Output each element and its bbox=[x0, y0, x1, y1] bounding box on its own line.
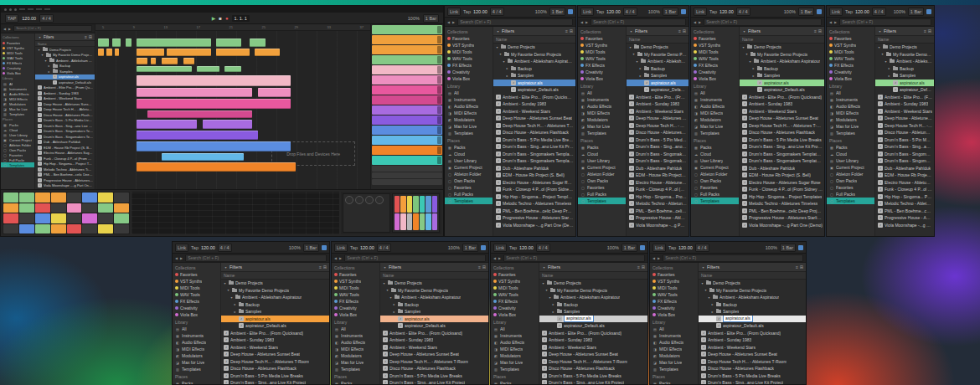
collection-item[interactable]: Creativity bbox=[691, 69, 739, 75]
clip-cell[interactable] bbox=[98, 192, 113, 203]
collection-item[interactable]: Favorites bbox=[650, 271, 698, 278]
places-item[interactable]: ▢Favorites bbox=[691, 184, 739, 191]
time-signature[interactable]: 4 / 4 bbox=[377, 244, 391, 252]
filters-bar[interactable]: ▾Filters≡⊞ bbox=[875, 27, 934, 36]
tempo-display[interactable]: 120.00 bbox=[855, 9, 869, 14]
library-item[interactable]: ▦Instruments bbox=[827, 96, 874, 103]
collection-item[interactable]: WAV Tools bbox=[691, 55, 739, 62]
file-row[interactable]: ♪Deep House Tech H... - Abletunes T-Room bbox=[380, 358, 488, 366]
collection-item[interactable]: WAV Tools bbox=[445, 55, 493, 62]
clip-cell[interactable] bbox=[3, 213, 18, 223]
library-item[interactable]: ◪Max for Live bbox=[650, 359, 698, 366]
file-row[interactable]: ♪Drum'n Bass - Sing...ano Live Kit Proje… bbox=[221, 379, 329, 384]
disclosure-triangle[interactable]: ▾ bbox=[223, 281, 227, 285]
filters-bar[interactable]: ▾Filters≡⊞ bbox=[539, 263, 647, 272]
file-row[interactable]: ♪Hip Hop - Singoma... Project Templates bbox=[875, 193, 934, 201]
collection-item[interactable]: Viola Box bbox=[332, 311, 379, 318]
search-input[interactable]: Search (Ctrl + F) bbox=[13, 25, 92, 32]
places-item[interactable]: ▢Templates bbox=[578, 198, 626, 204]
file-row[interactable]: ♪Ambient - Weekend Stars bbox=[875, 108, 934, 116]
tempo-display[interactable]: 120.00 bbox=[606, 9, 621, 14]
nav-back-icon[interactable]: ◀ bbox=[3, 27, 6, 31]
clip-cell[interactable] bbox=[98, 213, 113, 223]
file-row[interactable]: ♪Hip Hop - Singoma... Project Templates bbox=[740, 193, 824, 201]
tree-folder-row[interactable]: ▾Demo Projects bbox=[221, 280, 329, 287]
file-row[interactable]: ♪Drum'n Bass - Singomakers Templates 1 bbox=[35, 129, 95, 135]
arrangement-clip[interactable] bbox=[137, 58, 147, 64]
library-item[interactable]: ▦Instruments bbox=[691, 96, 739, 103]
collection-item[interactable]: VST Synths bbox=[332, 278, 379, 285]
disclosure-triangle[interactable]: ▸ bbox=[638, 74, 642, 78]
tree-folder-row[interactable]: ▸Backup bbox=[740, 65, 824, 73]
tap-tempo-button[interactable]: Tap bbox=[509, 245, 517, 250]
disclosure-triangle[interactable]: ▾ bbox=[40, 53, 44, 57]
clip-cell[interactable] bbox=[82, 224, 97, 234]
collection-item[interactable]: Viola Box bbox=[445, 75, 493, 82]
grid-view-icon[interactable]: ⊞ bbox=[818, 28, 822, 33]
track-header[interactable] bbox=[372, 126, 442, 135]
collection-item[interactable]: Creativity bbox=[332, 305, 379, 311]
library-item[interactable]: ◩Modulators bbox=[691, 116, 739, 123]
clip-cell[interactable] bbox=[35, 213, 50, 223]
collection-item[interactable]: MIDI Tools bbox=[332, 285, 379, 291]
disclosure-triangle[interactable]: ▸ bbox=[505, 66, 509, 70]
tempo-display[interactable]: 120.00 bbox=[720, 9, 734, 14]
library-item[interactable]: ◩Modulators bbox=[491, 352, 539, 359]
library-item[interactable]: ▤All bbox=[650, 326, 698, 332]
tree-folder-row[interactable]: ▾My Favorite Demo Projects bbox=[627, 51, 689, 59]
arrangement-clip[interactable] bbox=[183, 58, 194, 64]
disclosure-triangle[interactable]: ▸ bbox=[392, 310, 396, 314]
tree-folder-row[interactable]: ▸Samples bbox=[740, 72, 824, 80]
disclosure-triangle[interactable]: ▾ bbox=[495, 45, 499, 49]
clip-cell[interactable] bbox=[114, 224, 129, 234]
clip-cell[interactable] bbox=[19, 203, 34, 213]
library-item[interactable]: ◩Modulators bbox=[578, 116, 626, 123]
collection-item[interactable]: FX Effects bbox=[650, 298, 698, 305]
file-row[interactable]: ♪PML - Ben Boehme...celic Deep Projects bbox=[875, 208, 934, 215]
clip-cell[interactable] bbox=[3, 224, 18, 234]
tree-folder-row[interactable]: ▾Demo Projects bbox=[493, 44, 575, 51]
library-item[interactable]: ◪Max for Live bbox=[173, 359, 220, 366]
link-toggle[interactable]: Link bbox=[652, 244, 666, 252]
link-toggle[interactable]: Link bbox=[334, 244, 348, 252]
menu-icon[interactable] bbox=[44, 8, 50, 10]
file-row[interactable]: ♪Melodic Techno - Abletunes Timeless bbox=[35, 167, 95, 172]
disclosure-triangle[interactable]: ▾ bbox=[628, 45, 632, 49]
tree-folder-row[interactable]: ▾My Favorite Demo Projects bbox=[35, 53, 95, 59]
disclosure-triangle[interactable]: ▾ bbox=[741, 45, 745, 49]
file-row[interactable]: ♪Drum'n Bass - 5 Pin Media Live Breaks bbox=[493, 136, 575, 144]
tree-folder-row[interactable]: ▾Ambient - Ableksham Aspiratour bbox=[539, 294, 647, 301]
file-row[interactable]: ♪Deep House Tech H... - Abletunes T-Room bbox=[539, 358, 647, 366]
disclosure-triangle[interactable]: ▾ bbox=[632, 52, 636, 56]
file-row[interactable]: ♪Drum'n Bass - 5 Pin Media Live Breaks bbox=[875, 136, 934, 144]
quantize-display[interactable]: 100% bbox=[648, 9, 660, 14]
grid-view-icon[interactable]: ⊞ bbox=[642, 264, 645, 270]
file-row[interactable]: ♪Deep House - Abletunes Sunset Beat bbox=[740, 115, 824, 122]
file-row[interactable]: ♪Drum'n Bass - Sing...ano Live Kit Proje… bbox=[875, 143, 934, 151]
arrangement-clip[interactable] bbox=[151, 58, 157, 64]
collection-item[interactable]: Creativity bbox=[578, 69, 626, 75]
palette-swatch[interactable] bbox=[426, 213, 431, 230]
file-row[interactable]: ♪Deep House - Abletunes Sunset Beat bbox=[380, 351, 488, 358]
tree-file-row[interactable]: ♪aspiratour.als bbox=[493, 80, 575, 87]
clip-cell[interactable] bbox=[51, 203, 66, 213]
time-signature[interactable]: 4 / 4 bbox=[623, 8, 637, 16]
disclosure-triangle[interactable]: ▾ bbox=[498, 52, 503, 56]
tree-folder-row[interactable]: ▾Ambient - Ableksham Aspiratour bbox=[380, 294, 488, 301]
tree-file-row[interactable]: ♪aspiratour_Default.als bbox=[740, 86, 824, 94]
tree-folder-row[interactable]: ▾Ambient - Ableksham Aspiratour bbox=[740, 58, 824, 65]
file-row[interactable]: ♪Disco House - Abletunes Flashback bbox=[35, 112, 95, 118]
file-row[interactable]: ♪Ambient - Sunday 1983 bbox=[740, 100, 824, 108]
arrangement-clip[interactable] bbox=[137, 120, 197, 129]
search-input[interactable]: Search (Ctrl + F) bbox=[663, 254, 803, 262]
library-item[interactable]: ◪Max for Live bbox=[491, 359, 539, 366]
tap-tempo-button[interactable]: TAP bbox=[5, 14, 18, 23]
file-row[interactable]: ♪Ambient - Weekend Stars bbox=[539, 344, 647, 352]
file-row[interactable]: ♪Drum'n Bass - Sing...ano Live Kit Proje… bbox=[539, 379, 647, 384]
file-row[interactable]: ♪Funk - Closeup 4 P...ol (From Sidney T.… bbox=[35, 156, 95, 162]
disclosure-triangle[interactable]: ▾ bbox=[502, 59, 506, 64]
time-signature[interactable]: 4 / 4 bbox=[872, 8, 886, 16]
name-column-header[interactable]: Name bbox=[493, 36, 575, 44]
file-row[interactable]: ♪Dub - Ableshare Pahlduk bbox=[627, 165, 689, 172]
disclosure-triangle[interactable]: ▸ bbox=[551, 302, 555, 306]
